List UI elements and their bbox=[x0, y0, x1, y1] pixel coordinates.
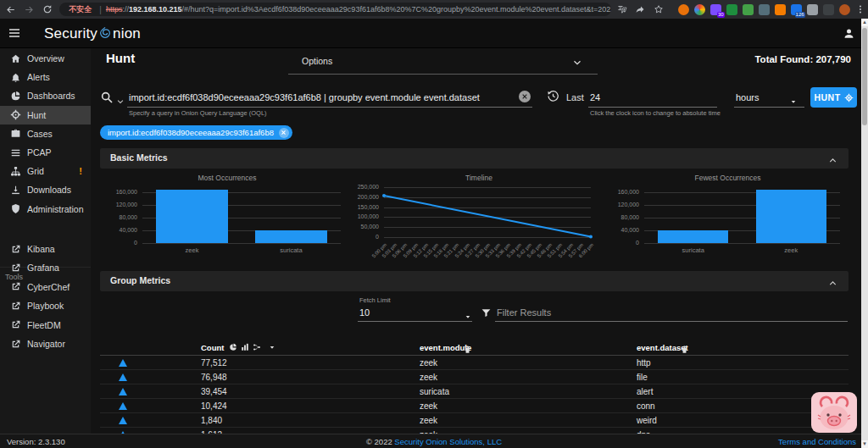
terms-link[interactable]: Terms and Conditions bbox=[778, 437, 856, 446]
query-history-chevron-icon[interactable] bbox=[116, 94, 125, 109]
expand-triangle-icon[interactable] bbox=[119, 388, 127, 395]
ext-puzzle-icon[interactable] bbox=[807, 4, 818, 15]
share-icon[interactable] bbox=[633, 2, 648, 17]
external-icon bbox=[10, 339, 21, 350]
ext-blue-126-icon[interactable]: 126 bbox=[791, 4, 802, 15]
tool-item-navigator[interactable]: Navigator bbox=[0, 335, 91, 353]
url-path: /#/hunt?q=import.id%3Aecdf6f038d90eceeaa… bbox=[181, 5, 611, 14]
sidebar-item-grid[interactable]: Grid! bbox=[0, 162, 91, 180]
cell-event-dataset: conn bbox=[637, 401, 655, 411]
group-metrics-header[interactable]: Group Metrics bbox=[100, 271, 849, 291]
tool-item-cyberchef[interactable]: CyberChef bbox=[0, 278, 91, 296]
bar-zeek[interactable] bbox=[156, 190, 227, 243]
tool-item-kibana[interactable]: Kibana bbox=[0, 240, 91, 258]
pig-sticker[interactable] bbox=[811, 392, 857, 436]
search-icon[interactable] bbox=[100, 91, 114, 108]
sidebar-item-overview[interactable]: Overview bbox=[0, 49, 91, 68]
translate-icon[interactable] bbox=[615, 2, 629, 17]
bar-zeek[interactable] bbox=[756, 190, 826, 243]
options-panel[interactable]: Options bbox=[288, 48, 598, 75]
url-bar[interactable]: 不安全 | https :// 192.168.10.215 /#/hunt?q… bbox=[59, 3, 611, 16]
ext-green-grid-icon[interactable] bbox=[726, 4, 737, 15]
sidebar-item-alerts[interactable]: Alerts bbox=[0, 68, 91, 86]
browser-forward-icon[interactable] bbox=[21, 2, 36, 17]
time-last-label: Last bbox=[566, 92, 584, 102]
table-row[interactable]: 10,424zeekconn bbox=[100, 399, 849, 413]
chevron-up-icon bbox=[828, 153, 837, 169]
table-header: Count event.module event.dataset bbox=[100, 340, 849, 356]
column-count[interactable]: Count bbox=[201, 343, 224, 352]
oql-helper-text: Specify a query in Onion Query Language … bbox=[129, 109, 267, 117]
sidebar-item-hunt[interactable]: Hunt bbox=[0, 106, 91, 124]
scroll-down-icon[interactable]: ▼ bbox=[861, 440, 868, 448]
scroll-up-icon[interactable]: ▲ bbox=[861, 19, 868, 26]
filter-results-input[interactable]: Filter Results bbox=[497, 307, 551, 318]
chart-title: Fewest Occurrences bbox=[605, 174, 850, 182]
expand-triangle-icon[interactable] bbox=[119, 417, 127, 424]
sidebar-item-downloads[interactable]: Downloads bbox=[0, 180, 91, 199]
table-row[interactable]: 39,454suricataalert bbox=[100, 384, 849, 399]
vertical-scrollbar[interactable]: ▲ ▼ bbox=[861, 19, 868, 448]
sidebar: OverviewAlertsDashboardsHuntCasesPCAPGri… bbox=[0, 48, 91, 434]
timeline-chart: Timeline050,000100,000150,000200,000250,… bbox=[357, 172, 601, 260]
time-unit-select[interactable]: hours bbox=[736, 92, 760, 102]
query-input[interactable]: import.id:ecdf6f038d90eceeaaa29c93f61af6… bbox=[129, 92, 480, 102]
sidebar-item-dashboards[interactable]: Dashboards bbox=[0, 86, 91, 105]
bar-suricata[interactable] bbox=[658, 230, 728, 243]
sankey-toggle-icon[interactable] bbox=[253, 343, 261, 351]
pie-chart-toggle-icon[interactable] bbox=[229, 343, 237, 351]
extensions-row: 30126 bbox=[673, 4, 850, 15]
hunt-button[interactable]: HUNT bbox=[810, 87, 857, 108]
time-value-input[interactable]: 24 bbox=[590, 92, 600, 102]
bar-chart-toggle-icon[interactable] bbox=[241, 343, 249, 351]
external-icon bbox=[10, 263, 21, 274]
sort-caret-icon[interactable] bbox=[268, 343, 276, 351]
external-icon bbox=[10, 281, 21, 292]
ext-split-square-icon[interactable] bbox=[823, 4, 834, 15]
user-account-icon[interactable] bbox=[841, 25, 856, 41]
fetch-limit-select[interactable]: 10 bbox=[359, 307, 370, 318]
hamburger-menu-icon[interactable] bbox=[7, 25, 22, 41]
ext-orange-rss-icon[interactable] bbox=[775, 4, 786, 15]
browser-refresh-icon[interactable] bbox=[40, 2, 54, 17]
ext-green-robot-icon[interactable] bbox=[743, 4, 754, 15]
cell-event-module: zeek bbox=[420, 373, 437, 382]
bar-suricata[interactable] bbox=[255, 230, 326, 243]
ext-profile-icon[interactable] bbox=[839, 4, 850, 15]
table-row[interactable]: 76,948zeekfile bbox=[100, 370, 849, 384]
table-row[interactable]: 1,840zeekweird bbox=[100, 413, 849, 428]
table-row[interactable]: 1,612zeekdns bbox=[100, 428, 849, 434]
sidebar-item-cases[interactable]: Cases bbox=[0, 124, 91, 143]
sidebar-item-pcap[interactable]: PCAP bbox=[0, 143, 91, 162]
ext-purple-icon[interactable]: 30 bbox=[710, 4, 721, 15]
basic-metrics-header[interactable]: Basic Metrics bbox=[100, 148, 849, 169]
tool-item-playbook[interactable]: Playbook bbox=[0, 296, 91, 315]
browser-menu-icon[interactable] bbox=[854, 2, 868, 17]
solutions-link[interactable]: Security Onion Solutions, LLC bbox=[394, 437, 502, 446]
ext-teal-dash-icon[interactable] bbox=[759, 4, 770, 15]
clock-history-icon[interactable] bbox=[547, 90, 559, 106]
table-row[interactable]: 77,512zeekhttp bbox=[100, 356, 849, 370]
fetch-limit-caret-icon[interactable] bbox=[464, 309, 472, 324]
clear-query-icon[interactable] bbox=[519, 91, 531, 102]
expand-triangle-icon[interactable] bbox=[119, 373, 127, 381]
brand-logo[interactable]: Security nion bbox=[44, 25, 141, 42]
ext-orange-ball-icon[interactable] bbox=[678, 4, 689, 15]
most-occurrences-chart: Most Occurrences040,00080,000120,000160,… bbox=[103, 172, 351, 260]
tool-item-grafana[interactable]: Grafana bbox=[0, 258, 91, 277]
time-helper-text: Click the clock icon to change to absolu… bbox=[590, 109, 721, 117]
pie-icon bbox=[10, 91, 21, 102]
browser-toolbar: 不安全 | https :// 192.168.10.215 /#/hunt?q… bbox=[0, 0, 868, 19]
expand-triangle-icon[interactable] bbox=[119, 402, 127, 410]
bookmark-star-icon[interactable] bbox=[651, 2, 665, 17]
scrollbar-thumb[interactable] bbox=[862, 28, 867, 125]
crosshair-icon bbox=[844, 93, 854, 102]
query-underline bbox=[127, 107, 532, 108]
chip-close-icon[interactable] bbox=[279, 128, 289, 138]
browser-back-icon[interactable] bbox=[3, 2, 18, 17]
ext-color-wheel-icon[interactable] bbox=[694, 4, 705, 15]
expand-triangle-icon[interactable] bbox=[119, 359, 127, 367]
sidebar-item-administration[interactable]: Administration bbox=[0, 200, 91, 218]
tool-item-fleetdm[interactable]: FleetDM bbox=[0, 316, 91, 335]
filter-chip[interactable]: import.id:ecdf6f038d90eceeaaa29c93f61af6… bbox=[100, 125, 292, 140]
